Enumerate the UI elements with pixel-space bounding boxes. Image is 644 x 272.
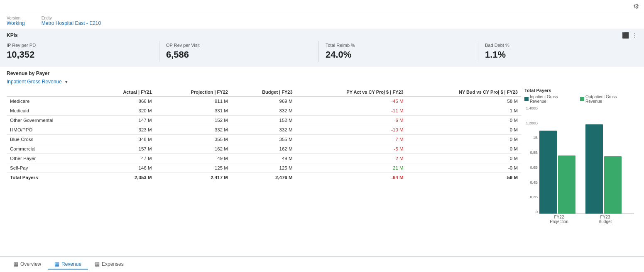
row-fy22: 911 M [155, 97, 231, 106]
table-row[interactable]: Medicare 866 M 911 M 969 M -45 M 58 M [7, 97, 521, 106]
nav-icon-0: ▦ [13, 261, 18, 267]
nav-item-revenue[interactable]: ▦ Revenue [48, 259, 88, 270]
y-axis-label-7: 0 [536, 210, 538, 214]
col-header-fy23[interactable]: Budget | FY23 [231, 88, 296, 97]
row-ny-vs-cy: 58 M [407, 97, 521, 106]
row-py-vs-cy: -7 M [296, 135, 407, 144]
row-fy22: 332 M [155, 125, 231, 135]
row-fy23: 969 M [231, 97, 296, 106]
chart-title: Total Payers [524, 88, 634, 93]
row-name: HMO/PPO [7, 125, 93, 135]
table-container: Actual | FY21 Projection | FY22 Budget |… [7, 88, 521, 226]
row-name: Other Governmental [7, 116, 93, 125]
row-py-vs-cy: -5 M [296, 144, 407, 154]
bars-area [539, 106, 634, 214]
row-fy21: 323 M [93, 125, 155, 135]
kpi-grid: IP Rev per PD 10,352 OP Rev per Visit 6,… [7, 41, 637, 62]
y-axis-label-3: 0.8B [530, 151, 538, 155]
chart-area: 1.400B1.200B1B0.8B0.6B0.4B0.2B0 [524, 106, 634, 214]
kpi-value-2: 24.0% [326, 49, 471, 60]
row-fy21: 866 M [93, 97, 155, 106]
revenue-table-body: Medicare 866 M 911 M 969 M -45 M 58 M Me… [7, 97, 521, 182]
row-fy23: 125 M [231, 163, 296, 173]
table-row[interactable]: Commercial 157 M 162 M 162 M -5 M 0 M [7, 144, 521, 154]
kpi-item-1: OP Rev per Visit 6,586 [159, 41, 319, 62]
table-row[interactable]: Self-Pay 146 M 125 M 125 M 21 M -0 M [7, 163, 521, 173]
nav-label-0: Overview [20, 261, 41, 267]
row-py-vs-cy: -64 M [296, 173, 407, 182]
entity-label: Entity [42, 16, 101, 20]
nav-item-overview[interactable]: ▦ Overview [7, 259, 48, 270]
version-value[interactable]: Working [7, 20, 25, 26]
filter-label[interactable]: Inpatient Gross Revenue [7, 79, 62, 85]
col-header-fy21[interactable]: Actual | FY21 [93, 88, 155, 97]
row-ny-vs-cy: 1 M [407, 106, 521, 116]
kpi-label-3: Bad Debt % [485, 43, 631, 48]
table-row[interactable]: Medicaid 320 M 331 M 332 M -11 M 1 M [7, 106, 521, 116]
row-fy23: 2,476 M [231, 173, 296, 182]
y-axis-label-4: 0.6B [530, 165, 538, 170]
row-name: Total Payers [7, 173, 93, 182]
table-row[interactable]: Other Governmental 147 M 152 M 152 M -6 … [7, 116, 521, 125]
col-header-py-vs-cy[interactable]: PY Act vs CY Proj $ | FY23 [296, 88, 407, 97]
row-fy23: 332 M [231, 106, 296, 116]
row-ny-vs-cy: -0 M [407, 163, 521, 173]
entity-section: Entity Metro Hospital East - E210 [42, 16, 101, 26]
col-header-name [7, 88, 93, 97]
table-row[interactable]: HMO/PPO 323 M 332 M 332 M -10 M 0 M [7, 125, 521, 135]
legend-color-1 [580, 97, 584, 101]
col-header-ny-vs-cy[interactable]: NY Bud vs CY Proj $ | FY23 [407, 88, 521, 97]
row-fy22: 331 M [155, 106, 231, 116]
kpi-value-1: 6,586 [166, 49, 312, 60]
row-py-vs-cy: -2 M [296, 154, 407, 163]
row-py-vs-cy: -11 M [296, 106, 407, 116]
row-fy21: 320 M [93, 106, 155, 116]
kpi-title: KPIs [7, 32, 18, 38]
y-axis-label-0: 1.400B [526, 106, 538, 110]
gear-icon[interactable]: ⚙ [633, 2, 639, 10]
kpi-item-0: IP Rev per PD 10,352 [7, 41, 159, 62]
nav-label-2: Expenses [102, 261, 124, 267]
nav-item-expenses[interactable]: ▦ Expenses [88, 259, 130, 270]
bar-group-0 [539, 131, 575, 214]
bar-op-0 [558, 155, 575, 214]
y-axis-label-5: 0.4B [530, 180, 538, 185]
kpi-value-0: 10,352 [7, 49, 152, 60]
row-fy21: 348 M [93, 135, 155, 144]
top-bar: ⚙ [0, 0, 644, 13]
row-name: Medicaid [7, 106, 93, 116]
row-fy21: 147 M [93, 116, 155, 125]
table-row[interactable]: Other Payer 47 M 49 M 49 M -2 M -0 M [7, 154, 521, 163]
more-icon[interactable]: ⋮ [632, 32, 637, 39]
main-content: Actual | FY21 Projection | FY22 Budget |… [7, 88, 637, 226]
row-fy22: 152 M [155, 116, 231, 125]
col-header-fy22[interactable]: Projection | FY22 [155, 88, 231, 97]
revenue-header: Revenue by Payer [7, 70, 637, 76]
row-ny-vs-cy: -0 M [407, 135, 521, 144]
chart-icon[interactable]: ⬛ [622, 32, 629, 39]
row-fy21: 157 M [93, 144, 155, 154]
kpi-item-2: Total Reimb % 24.0% [319, 41, 478, 62]
y-axis-label-6: 0.2B [530, 195, 538, 199]
row-fy23: 152 M [231, 116, 296, 125]
y-axis-label-1: 1.200B [526, 121, 538, 125]
filter-row: Inpatient Gross Revenue ▼ [7, 79, 637, 85]
y-axis: 1.400B1.200B1B0.8B0.6B0.4B0.2B0 [524, 106, 539, 214]
entity-value[interactable]: Metro Hospital East - E210 [42, 20, 101, 26]
row-ny-vs-cy: -0 M [407, 116, 521, 125]
entity-bar: Version Working Entity Metro Hospital Ea… [0, 13, 644, 29]
row-fy22: 2,417 M [155, 173, 231, 182]
kpi-icons: ⬛ ⋮ [622, 32, 637, 39]
table-row[interactable]: Blue Cross 348 M 355 M 355 M -7 M -0 M [7, 135, 521, 144]
row-fy23: 162 M [231, 144, 296, 154]
kpi-label-1: OP Rev per Visit [166, 43, 312, 48]
x-labels: FY22ProjectionFY23Budget [524, 215, 634, 224]
legend-item-1: Outpatient Gross Revenue [580, 95, 634, 104]
row-fy22: 125 M [155, 163, 231, 173]
row-fy23: 49 M [231, 154, 296, 163]
table-row[interactable]: Total Payers 2,353 M 2,417 M 2,476 M -64… [7, 173, 521, 182]
revenue-table: Actual | FY21 Projection | FY22 Budget |… [7, 88, 521, 182]
dropdown-arrow-icon[interactable]: ▼ [64, 80, 69, 84]
legend-label-1: Outpatient Gross Revenue [585, 95, 634, 104]
row-ny-vs-cy: 0 M [407, 144, 521, 154]
